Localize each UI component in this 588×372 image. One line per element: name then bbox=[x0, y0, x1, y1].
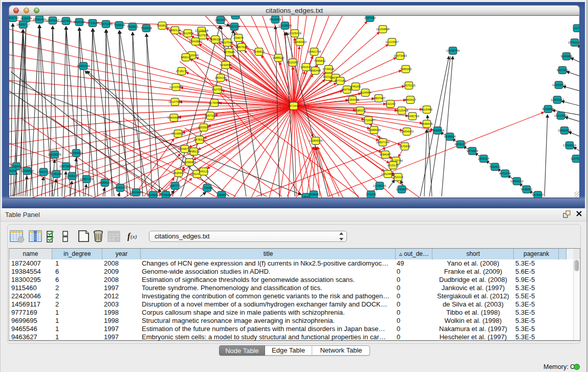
svg-text:989015: 989015 bbox=[181, 56, 190, 59]
svg-text:17957225: 17957225 bbox=[80, 178, 93, 181]
svg-text:2105574: 2105574 bbox=[20, 17, 32, 20]
svg-text:15495764: 15495764 bbox=[406, 115, 420, 118]
svg-text:1733426: 1733426 bbox=[396, 188, 408, 191]
svg-text:1615132: 1615132 bbox=[387, 164, 399, 167]
svg-text:7515526: 7515526 bbox=[114, 24, 125, 27]
svg-text:8215958: 8215958 bbox=[542, 107, 554, 111]
svg-text:1362615: 1362615 bbox=[300, 65, 312, 69]
svg-text:9777169: 9777169 bbox=[335, 79, 346, 82]
svg-text:19384504: 19384504 bbox=[309, 139, 323, 142]
svg-text:9657771: 9657771 bbox=[169, 184, 181, 187]
svg-text:11325419: 11325419 bbox=[288, 32, 301, 35]
svg-text:1588520: 1588520 bbox=[273, 56, 285, 59]
svg-text:10719185: 10719185 bbox=[86, 21, 99, 25]
svg-text:10025438: 10025438 bbox=[395, 109, 408, 112]
svg-text:2587682: 2587682 bbox=[364, 16, 376, 19]
svg-text:39154: 39154 bbox=[9, 169, 17, 172]
svg-text:7485063: 7485063 bbox=[400, 68, 412, 71]
svg-text:632160: 632160 bbox=[385, 102, 395, 105]
svg-text:2967608: 2967608 bbox=[236, 46, 248, 49]
svg-text:8322057: 8322057 bbox=[287, 61, 299, 64]
svg-text:9329966: 9329966 bbox=[561, 55, 573, 58]
svg-text:10654112: 10654112 bbox=[510, 180, 523, 183]
svg-text:8186328: 8186328 bbox=[210, 38, 222, 41]
svg-text:6879197: 6879197 bbox=[455, 143, 467, 146]
svg-text:9115460: 9115460 bbox=[421, 108, 432, 111]
svg-text:12975115: 12975115 bbox=[402, 84, 415, 87]
svg-text:12505135: 12505135 bbox=[66, 174, 79, 178]
svg-text:7625402: 7625402 bbox=[173, 171, 185, 174]
svg-text:8471676: 8471676 bbox=[499, 172, 511, 175]
svg-text:3624554: 3624554 bbox=[360, 91, 372, 94]
svg-text:2963346: 2963346 bbox=[215, 18, 227, 21]
svg-text:(x): (x) bbox=[130, 233, 137, 240]
svg-text:8912954: 8912954 bbox=[182, 32, 194, 35]
svg-text:15751024: 15751024 bbox=[568, 41, 580, 44]
svg-text:9372400: 9372400 bbox=[288, 104, 300, 107]
svg-text:5938928: 5938928 bbox=[444, 135, 456, 138]
svg-text:160338: 160338 bbox=[230, 16, 240, 17]
svg-text:5498222: 5498222 bbox=[188, 150, 200, 153]
svg-text:13218506: 13218506 bbox=[278, 24, 292, 27]
svg-text:11174: 11174 bbox=[573, 27, 580, 30]
svg-text:16671385: 16671385 bbox=[99, 23, 113, 26]
svg-text:9474444: 9474444 bbox=[467, 149, 478, 152]
svg-text:20206576: 20206576 bbox=[48, 153, 61, 156]
svg-text:876945: 876945 bbox=[161, 193, 170, 196]
svg-text:10975867: 10975867 bbox=[59, 165, 73, 168]
svg-text:173342: 173342 bbox=[366, 193, 376, 196]
svg-text:16154808: 16154808 bbox=[376, 28, 389, 31]
svg-text:10653267: 10653267 bbox=[46, 19, 59, 22]
svg-text:16540954: 16540954 bbox=[431, 129, 445, 132]
svg-text:17942737: 17942737 bbox=[37, 170, 50, 173]
svg-text:7955812: 7955812 bbox=[314, 59, 326, 62]
svg-text:3875685: 3875685 bbox=[224, 51, 235, 54]
svg-text:12213967: 12213967 bbox=[385, 40, 399, 43]
svg-text:2170065: 2170065 bbox=[209, 101, 221, 104]
svg-text:16543862: 16543862 bbox=[189, 40, 202, 43]
svg-text:8267110: 8267110 bbox=[205, 114, 216, 117]
svg-text:1353594: 1353594 bbox=[198, 126, 210, 129]
svg-text:11156829: 11156829 bbox=[21, 169, 34, 172]
svg-text:15720407: 15720407 bbox=[362, 119, 375, 122]
svg-text:9242848: 9242848 bbox=[220, 63, 232, 67]
svg-text:1167537: 1167537 bbox=[571, 157, 580, 160]
svg-text:9227342: 9227342 bbox=[557, 69, 569, 72]
svg-text:20691406: 20691406 bbox=[33, 18, 46, 21]
svg-text:8813054: 8813054 bbox=[270, 18, 281, 21]
svg-text:8990448: 8990448 bbox=[310, 69, 321, 72]
svg-text:19166825: 19166825 bbox=[171, 132, 185, 135]
svg-text:9474447: 9474447 bbox=[532, 193, 544, 196]
svg-text:8427552: 8427552 bbox=[212, 88, 224, 91]
svg-text:153845: 153845 bbox=[309, 193, 318, 196]
svg-text:9463627: 9463627 bbox=[405, 98, 417, 101]
svg-text:10961758: 10961758 bbox=[308, 50, 321, 53]
svg-text:8660124: 8660124 bbox=[169, 29, 181, 32]
svg-text:7632621: 7632621 bbox=[489, 165, 501, 168]
svg-text:9146821: 9146821 bbox=[253, 50, 265, 53]
svg-text:109581: 109581 bbox=[216, 193, 226, 196]
svg-text:9327548: 9327548 bbox=[222, 41, 233, 44]
svg-text:13524851: 13524851 bbox=[381, 172, 395, 176]
svg-text:16640910: 16640910 bbox=[293, 40, 307, 43]
svg-text:7515526: 7515526 bbox=[141, 27, 153, 30]
svg-text:7663821: 7663821 bbox=[127, 25, 139, 28]
svg-text:19654923: 19654923 bbox=[400, 130, 413, 133]
svg-text:2935114: 2935114 bbox=[478, 157, 490, 160]
svg-text:9327509: 9327509 bbox=[197, 34, 209, 37]
svg-text:12923448: 12923448 bbox=[129, 191, 143, 194]
svg-text:9245652: 9245652 bbox=[521, 188, 533, 191]
svg-text:746266: 746266 bbox=[351, 85, 360, 88]
svg-text:1716485: 1716485 bbox=[202, 186, 213, 189]
svg-text:16648784: 16648784 bbox=[446, 49, 460, 52]
svg-text:10973493: 10973493 bbox=[394, 54, 407, 57]
svg-text:2718176: 2718176 bbox=[176, 70, 188, 73]
svg-text:10688609: 10688609 bbox=[367, 128, 381, 132]
svg-text:5878312: 5878312 bbox=[194, 138, 206, 141]
svg-text:10807487: 10807487 bbox=[372, 97, 385, 100]
svg-text:17359924: 17359924 bbox=[70, 151, 83, 155]
svg-text:17016504: 17016504 bbox=[563, 144, 577, 147]
svg-text:29053346: 29053346 bbox=[77, 64, 90, 68]
svg-text:6497568: 6497568 bbox=[341, 88, 353, 91]
svg-text:252214: 252214 bbox=[393, 176, 403, 179]
